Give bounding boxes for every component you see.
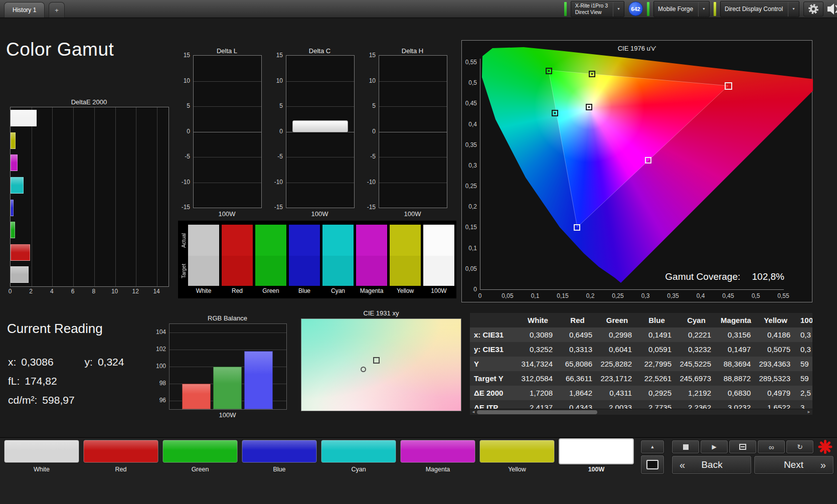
deltae-x-tick-label: 4 — [47, 288, 57, 295]
swatch-actual — [322, 225, 354, 256]
patch-label: Yellow — [479, 466, 555, 473]
deltae-bar-red — [11, 244, 30, 261]
report-icon — [739, 444, 746, 450]
patch-button-red[interactable]: Red — [83, 440, 158, 475]
rgb-balance-chart: RGB Balance 1041021009896 100W — [169, 314, 286, 422]
display-control-dropdown[interactable]: Direct Display Control ▼ — [720, 1, 799, 17]
swatch-target — [222, 256, 253, 286]
scrollbar-thumb[interactable] — [477, 410, 597, 414]
add-tab-button[interactable]: + — [49, 2, 65, 18]
table-cell: 1,6522 — [756, 400, 795, 409]
table-row[interactable]: ΔE 20001,72081,86420,43110,29251,21920,6… — [470, 386, 812, 400]
x-axis-tick-labels: 02468101214 — [10, 288, 168, 295]
refresh-button[interactable]: ↻ — [786, 440, 813, 453]
delta-h-chart: Delta H 151050-5-10-15 100W — [379, 47, 446, 218]
play-button[interactable]: ▶ — [701, 440, 728, 453]
next-label: Next — [784, 459, 803, 470]
table-cell: 314,7324 — [518, 357, 558, 371]
refresh-icon: ↻ — [797, 443, 803, 450]
swatch-actual — [188, 225, 219, 256]
table-cell: 1,7208 — [518, 386, 558, 400]
gamut-coverage-label: Gamut Coverage: — [665, 271, 740, 282]
patch-button-blue[interactable]: Blue — [242, 440, 317, 475]
deltae-bar-green — [11, 222, 15, 238]
patch-button-yellow[interactable]: Yellow — [479, 440, 555, 475]
next-button[interactable]: Next » — [754, 456, 833, 474]
table-row[interactable]: Target Y312,058466,3611223,171222,526124… — [470, 371, 812, 386]
patch-button-cyan[interactable]: Cyan — [321, 440, 396, 475]
scroll-left-icon[interactable]: ◄ — [470, 409, 477, 415]
rgb-bar-red — [182, 384, 211, 409]
patch-button-100w[interactable]: 100W — [559, 440, 634, 475]
marker-yellow — [589, 71, 595, 77]
rgb-gridline — [170, 350, 286, 350]
continuous-measure-button[interactable]: ∞ — [758, 440, 785, 453]
patch-swatch — [83, 440, 158, 463]
panel-up-button[interactable]: ▲ — [641, 440, 664, 453]
delta-gridline — [194, 132, 261, 132]
table-row[interactable]: x: CIE310,30890,64950,29980,14910,22210,… — [470, 327, 812, 342]
delta-y-tick-label: 5 — [358, 102, 376, 109]
swatch-column-white: White — [188, 225, 219, 298]
patch-swatch — [559, 438, 634, 464]
row-label: y: CIE31 — [470, 342, 518, 357]
back-label: Back — [701, 459, 722, 470]
rgb-y-tick-label: 102 — [148, 346, 166, 353]
patch-button-magenta[interactable]: Magenta — [400, 440, 475, 475]
delta-gridline — [194, 106, 261, 107]
deltae-bar-magenta — [11, 154, 18, 171]
chart-plot — [193, 55, 262, 208]
table-cell: 0,4979 — [756, 386, 795, 400]
settings-button[interactable] — [803, 2, 823, 17]
y-label: y: — [85, 356, 93, 368]
cd-reading-row: cd/m²:598,97 — [8, 394, 75, 406]
row-label: ΔE ITP — [470, 400, 518, 409]
deltae-bar-white — [11, 266, 29, 283]
rgb-gridline — [170, 332, 286, 333]
marker-blue-primary — [574, 224, 580, 231]
back-chevrons-icon: « — [680, 459, 685, 471]
delta-gridline — [379, 157, 447, 157]
marker-dot — [548, 70, 550, 72]
table-cell: 0,3252 — [518, 342, 558, 357]
swatch-target — [390, 256, 421, 286]
display-icon — [646, 460, 658, 469]
source-dropdown[interactable]: Mobile Forge ▼ — [653, 1, 710, 17]
table-row[interactable]: Y314,732465,8086225,828222,7995245,52258… — [470, 357, 812, 371]
table-horizontal-scrollbar[interactable]: ◄ ► — [470, 409, 812, 415]
deltae-2000-chart: DeltaE 2000 02468101214 — [10, 98, 168, 299]
cd-label: cd/m²: — [8, 394, 37, 406]
table-cell-partial: 0,3 — [795, 342, 812, 357]
deltae-gridline — [32, 107, 32, 286]
marker-reading-circle — [361, 367, 366, 372]
report-button[interactable] — [729, 440, 756, 453]
table-cell: 293,4363 — [756, 357, 795, 371]
back-button[interactable]: « Back — [672, 456, 751, 474]
display-mode-button[interactable] — [641, 455, 664, 474]
table-cell: 0,5075 — [756, 342, 795, 357]
rgb-y-tick-label: 100 — [148, 363, 166, 370]
meter-dropdown[interactable]: X-Rite i1Pro 3 Direct View ▼ — [571, 1, 624, 17]
scroll-right-icon[interactable]: ► — [805, 409, 812, 415]
delta-y-tick-label: -5 — [358, 153, 376, 160]
marker-dot — [588, 106, 590, 108]
table-cell-partial: 3, — [795, 400, 812, 409]
tab-history-1[interactable]: History 1 — [4, 2, 45, 18]
table-cell: 1,8642 — [558, 386, 597, 400]
table-cell: 0,2998 — [597, 327, 637, 342]
marker-green-primary — [546, 68, 552, 74]
table-row[interactable]: y: CIE310,32520,33130,60410,05910,32320,… — [470, 342, 812, 357]
patch-button-white[interactable]: White — [4, 440, 79, 475]
tab-label: History 1 — [13, 7, 36, 14]
patch-swatch — [162, 440, 238, 463]
speaker-icon[interactable] — [827, 4, 837, 15]
swatch-actual — [356, 225, 387, 256]
table-row[interactable]: ΔE ITP2,41370,43432,00332,77352,23623,02… — [470, 400, 812, 409]
patch-button-green[interactable]: Green — [162, 440, 238, 475]
deltae-bar-100w — [11, 110, 37, 126]
column-header-blue: Blue — [637, 313, 677, 327]
stop-button[interactable] — [672, 440, 699, 453]
reading-count-badge[interactable]: 642 — [628, 2, 643, 16]
marker-dot — [591, 73, 593, 75]
scrollbar-track[interactable] — [477, 409, 805, 415]
